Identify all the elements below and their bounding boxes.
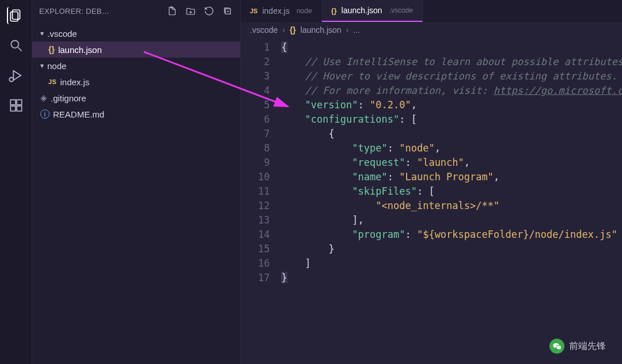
tab-title: launch.json	[342, 6, 382, 15]
tree-label: launch.json	[58, 45, 102, 55]
svg-point-2	[11, 40, 18, 48]
watermark-text: 前端先锋	[569, 340, 606, 352]
wechat-icon	[549, 339, 564, 354]
json-icon: {}	[48, 45, 55, 54]
tree-file-indexjs[interactable]: JS index.js	[32, 74, 240, 90]
tab-bar: JS index.js node {} launch.json .vscode	[241, 0, 622, 22]
code-content[interactable]: { // Use IntelliSense to learn about pos…	[281, 38, 622, 364]
tree-label: node	[47, 61, 66, 71]
svg-rect-6	[10, 100, 16, 105]
collapse-all-icon[interactable]	[222, 5, 233, 17]
tree-folder-node[interactable]: ▾ node	[32, 58, 240, 74]
js-icon: JS	[250, 7, 257, 14]
extensions-icon[interactable]	[7, 97, 25, 114]
chevron-down-icon: ▾	[40, 29, 44, 37]
tab-launchjson[interactable]: {} launch.json .vscode	[322, 0, 423, 22]
refresh-icon[interactable]	[203, 5, 215, 17]
breadcrumb[interactable]: .vscode › {} launch.json › ...	[241, 22, 622, 38]
explorer-title: EXPLORER: DEB…	[39, 7, 109, 16]
svg-marker-4	[13, 71, 21, 80]
activity-bar	[0, 0, 32, 364]
breadcrumb-seg[interactable]: launch.json	[301, 25, 342, 35]
tab-title: index.js	[262, 6, 289, 16]
explorer-actions	[166, 5, 233, 17]
breadcrumb-seg[interactable]: ...	[353, 25, 360, 35]
json-icon: {}	[331, 6, 337, 15]
chevron-down-icon: ▾	[40, 62, 44, 70]
tree-file-readme[interactable]: i README.md	[32, 106, 240, 122]
chevron-right-icon: ›	[346, 25, 349, 35]
info-icon: i	[40, 109, 50, 119]
file-tree: ▾ .vscode {} launch.json ▾ node JS index…	[32, 22, 240, 122]
tab-desc: node	[297, 7, 312, 15]
run-debug-icon[interactable]	[7, 67, 25, 84]
tab-indexjs[interactable]: JS index.js node	[241, 0, 322, 22]
tree-folder-vscode[interactable]: ▾ .vscode	[32, 25, 240, 41]
chevron-right-icon: ›	[282, 25, 285, 35]
tree-file-launchjson[interactable]: {} launch.json	[32, 41, 240, 58]
watermark: 前端先锋	[549, 339, 606, 354]
git-icon: ◈	[40, 93, 47, 103]
tree-label: .gitignore	[51, 93, 86, 103]
svg-rect-7	[10, 106, 16, 111]
svg-line-3	[18, 47, 22, 51]
search-icon[interactable]	[7, 37, 25, 54]
tree-label: index.js	[60, 77, 89, 87]
tree-file-gitignore[interactable]: ◈ .gitignore	[32, 90, 240, 106]
svg-rect-8	[17, 106, 22, 111]
line-gutter: 1234567891011121314151617	[241, 38, 281, 364]
new-file-icon[interactable]	[166, 5, 178, 17]
tab-desc: .vscode	[389, 6, 413, 14]
svg-rect-9	[17, 100, 22, 105]
explorer-header: EXPLORER: DEB…	[32, 0, 240, 22]
json-icon: {}	[290, 25, 296, 35]
tree-label: .vscode	[47, 29, 77, 39]
explorer-sidebar: EXPLORER: DEB… ▾ .vscode	[32, 0, 241, 364]
code-editor[interactable]: 1234567891011121314151617 { // Use Intel…	[241, 38, 622, 364]
breadcrumb-seg[interactable]: .vscode	[250, 25, 278, 35]
js-icon: JS	[48, 78, 56, 85]
svg-point-5	[9, 78, 13, 82]
editor-area: JS index.js node {} launch.json .vscode …	[241, 0, 622, 364]
app-root: EXPLORER: DEB… ▾ .vscode	[0, 0, 622, 364]
explorer-icon[interactable]	[7, 7, 24, 24]
tree-label: README.md	[53, 109, 104, 119]
new-folder-icon[interactable]	[185, 5, 196, 17]
